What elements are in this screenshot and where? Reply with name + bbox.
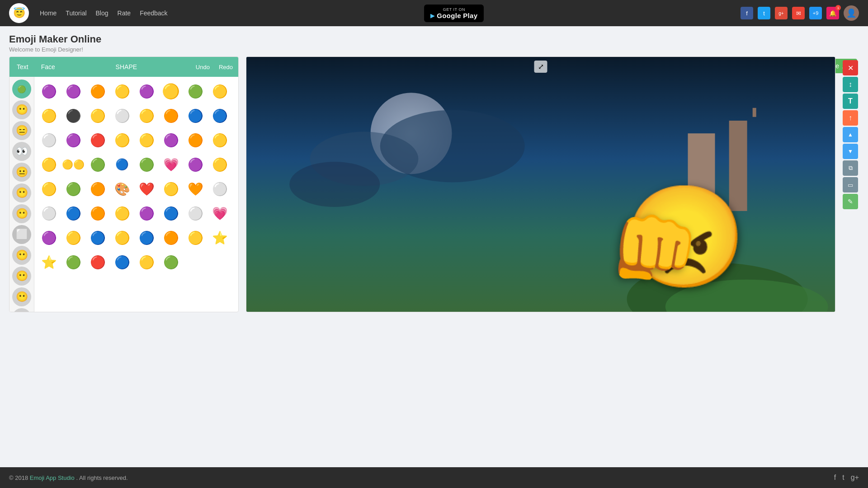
emoji-item[interactable]: 🔵 [208,104,231,127]
emoji-item[interactable]: 🟢 [184,80,207,103]
emoji-item[interactable]: 🔵 [86,226,109,249]
nav-blog[interactable]: Blog [96,9,108,17]
redo-button[interactable]: Redo [219,64,233,70]
tool-copy[interactable]: ⧉ [843,160,858,176]
face-item[interactable]: 😶 [12,267,31,286]
emoji-item[interactable]: 🔵 [135,226,158,249]
emoji-item[interactable]: 🟡 [135,128,158,152]
emoji-item[interactable]: 🟣 [37,226,61,249]
emoji-item[interactable]: 🟣 [184,153,207,176]
emoji-item[interactable]: 🔴 [86,250,109,274]
navbar-logo[interactable]: 😇 [9,3,29,23]
emoji-grid[interactable]: 🟣 🟣 🟠 🟡 🟣 🟡 🟢 🟡 🟡 ⚫ 🟡 ⚪ 🟡 🟠 🔵 🔵 ⚪ [34,77,238,312]
tool-paste[interactable]: ▭ [843,177,858,192]
tab-shape[interactable]: SHAPE [114,60,139,74]
emoji-item[interactable]: ⚪ [37,202,61,225]
emoji-item[interactable]: 🟣 [135,202,158,225]
undo-button[interactable]: Undo [196,64,210,70]
emoji-item[interactable]: 🔵 [184,104,207,127]
emoji-item[interactable]: 🟡 [208,80,231,103]
face-item[interactable]: 😶 [12,287,31,306]
emoji-item[interactable]: 🎨 [110,177,134,201]
tool-arrange-up[interactable]: ▲ [843,127,858,142]
face-item[interactable]: 😐 [12,163,31,182]
tab-text[interactable]: Text [15,60,30,74]
face-item[interactable]: 😶 [12,308,31,312]
tool-close[interactable]: ✕ [843,60,858,75]
nav-rate[interactable]: Rate [118,9,131,17]
emoji-item[interactable]: 🟣 [159,128,183,152]
emoji-item[interactable]: ⚪ [110,104,134,127]
emoji-item[interactable]: 🟢 [159,250,183,274]
face-item[interactable]: ⬜ [12,225,31,244]
emoji-item[interactable]: 🔵 [159,202,183,225]
face-item[interactable]: 😶 [12,246,31,265]
footer-facebook-icon[interactable]: f [834,474,836,482]
emoji-item[interactable]: ❤️ [135,177,158,201]
emoji-item[interactable]: 🟠 [86,80,109,103]
emoji-item[interactable]: ⚪ [208,177,231,201]
emoji-item[interactable]: 🟡 [37,177,61,201]
face-item[interactable]: 👀 [12,142,31,161]
nav-home[interactable]: Home [40,9,57,17]
tool-edit[interactable]: ✎ [843,194,858,209]
emoji-item[interactable]: 🔴 [86,128,109,152]
emoji-item[interactable]: 🟡 [61,226,85,249]
facebook-button[interactable]: f [741,7,753,19]
footer-googleplus-icon[interactable]: g+ [851,474,859,482]
emoji-item[interactable]: 🔵 [110,153,134,176]
emoji-item[interactable]: 🔵 [110,250,134,274]
tool-arrange-down[interactable]: ▼ [843,144,858,159]
tool-resize[interactable]: ↕ [843,77,858,92]
emoji-item[interactable]: 🟡 [37,153,61,176]
google-play-button[interactable]: GET IT ON ▶ Google Play [424,5,484,22]
canvas-area[interactable]: ⤢ [246,56,835,312]
emoji-item[interactable]: 🟡 [110,202,134,225]
emoji-item[interactable]: 🟠 [159,104,183,127]
tool-text[interactable]: T [843,94,858,109]
emoji-item[interactable]: ⭐ [37,250,61,274]
face-item[interactable]: 😑 [12,121,31,140]
emoji-item[interactable]: 🟡🟡 [61,153,85,176]
emoji-item[interactable]: 🟡 [135,250,158,274]
emoji-item[interactable]: 🟡 [159,80,183,103]
emoji-item[interactable]: ⚪ [184,202,207,225]
emoji-item[interactable]: ⚪ [37,128,61,152]
face-item[interactable]: 😶 [12,183,31,202]
emoji-item[interactable]: 🟡 [37,104,61,127]
email-button[interactable]: ✉ [792,7,805,19]
footer-company-link[interactable]: Emoji App Studio [30,474,75,481]
emoji-item[interactable]: 🟠 [86,177,109,201]
googleplus-button[interactable]: g+ [775,7,788,19]
emoji-item[interactable]: 🟡 [159,177,183,201]
emoji-item[interactable]: 💗 [159,153,183,176]
emoji-item[interactable]: 🟡 [86,104,109,127]
nav-tutorial[interactable]: Tutorial [66,9,86,17]
nav-feedback[interactable]: Feedback [140,9,167,17]
emoji-item[interactable]: 🟣 [135,80,158,103]
emoji-item[interactable]: 💗 [208,202,231,225]
face-item[interactable]: 😶 [12,204,31,223]
emoji-item[interactable]: 🟠 [86,202,109,225]
emoji-item[interactable]: 🧡 [184,177,207,201]
emoji-item[interactable]: 🟣 [61,128,85,152]
emoji-item[interactable]: 🟢 [135,153,158,176]
tab-face[interactable]: Face [39,60,57,74]
canvas-expand-button[interactable]: ⤢ [534,61,547,73]
canvas-hand-emoji[interactable]: 👊 [364,206,699,291]
emoji-item[interactable]: 🟡 [208,128,231,152]
face-item[interactable]: 🟢 [12,80,31,99]
emoji-item[interactable]: 🟡 [110,226,134,249]
footer-twitter-icon[interactable]: t [842,474,844,482]
emoji-item[interactable]: 🔵 [61,202,85,225]
notification-button[interactable]: 🔔 1 [826,7,839,19]
emoji-item[interactable]: 🟠 [184,128,207,152]
face-item[interactable]: 😶 [12,100,31,119]
tool-move-up[interactable]: ↑ [843,110,858,126]
emoji-item[interactable]: 🟠 [159,226,183,249]
twitter-button[interactable]: t [758,7,770,19]
emoji-item[interactable]: 🟢 [86,153,109,176]
emoji-item[interactable]: ⭐ [208,226,231,249]
emoji-item[interactable]: 🟡 [184,226,207,249]
plus-button[interactable]: +9 [809,7,822,19]
